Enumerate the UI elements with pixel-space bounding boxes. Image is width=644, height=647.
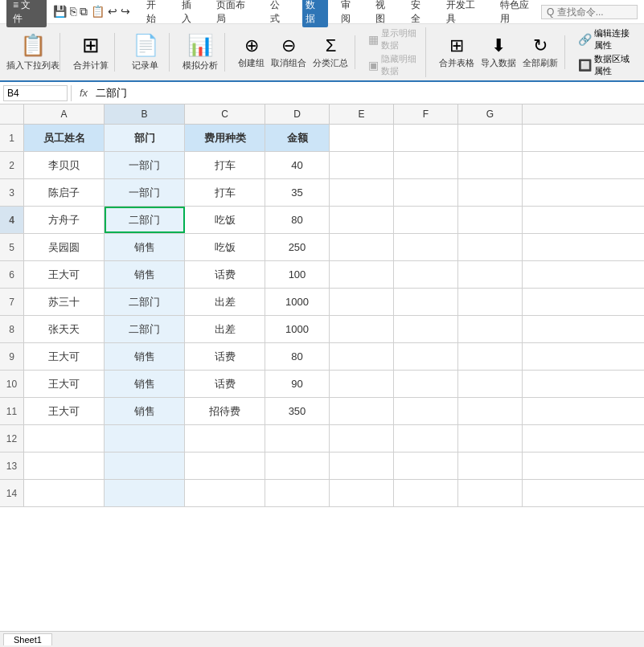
insert-dropdown-icon[interactable]: 📋 bbox=[20, 33, 46, 58]
cell-a14[interactable] bbox=[24, 480, 105, 506]
cell-b4[interactable]: 二部门 bbox=[105, 207, 185, 233]
cell-f5[interactable] bbox=[394, 234, 458, 260]
cell-d6[interactable]: 100 bbox=[265, 261, 330, 288]
cell-f7[interactable] bbox=[394, 289, 458, 315]
cell-f13[interactable] bbox=[394, 452, 458, 479]
cell-e5[interactable] bbox=[330, 234, 394, 260]
subtotal-icon[interactable]: Σ bbox=[326, 35, 337, 56]
cell-c5[interactable]: 吃饭 bbox=[185, 234, 265, 260]
col-header-b[interactable]: B bbox=[105, 104, 185, 124]
cell-b10[interactable]: 销售 bbox=[105, 371, 185, 397]
cell-e10[interactable] bbox=[330, 371, 394, 397]
cell-b9[interactable]: 销售 bbox=[105, 343, 185, 370]
cell-f12[interactable] bbox=[394, 425, 458, 452]
cell-e2[interactable] bbox=[330, 152, 394, 178]
cell-a3[interactable]: 陈启子 bbox=[24, 179, 105, 206]
cell-c2[interactable]: 打车 bbox=[185, 152, 265, 178]
cell-g9[interactable] bbox=[458, 343, 523, 370]
cell-f1[interactable] bbox=[394, 125, 458, 151]
cell-c4[interactable]: 吃饭 bbox=[185, 207, 265, 233]
cell-f3[interactable] bbox=[394, 179, 458, 206]
cell-e13[interactable] bbox=[330, 452, 394, 479]
cell-a2[interactable]: 李贝贝 bbox=[24, 152, 105, 178]
cell-c12[interactable] bbox=[185, 425, 265, 452]
col-header-f[interactable]: F bbox=[394, 104, 458, 124]
cell-d4[interactable]: 80 bbox=[265, 207, 330, 233]
cell-f9[interactable] bbox=[394, 343, 458, 370]
menu-dev-tools[interactable]: 开发工具 bbox=[443, 0, 487, 27]
cell-b7[interactable]: 二部门 bbox=[105, 289, 185, 315]
cell-b3[interactable]: 一部门 bbox=[105, 179, 185, 206]
cell-d3[interactable]: 35 bbox=[265, 179, 330, 206]
import-data-icon[interactable]: ⬇ bbox=[491, 35, 506, 56]
cell-a5[interactable]: 吴园圆 bbox=[24, 234, 105, 260]
cell-c14[interactable] bbox=[185, 480, 265, 506]
cell-c8[interactable]: 出差 bbox=[185, 316, 265, 342]
cancel-group-icon[interactable]: ⊖ bbox=[281, 35, 296, 56]
cell-g1[interactable] bbox=[458, 125, 523, 151]
cell-g12[interactable] bbox=[458, 425, 523, 452]
edit-connection-btn[interactable]: 🔗 编辑连接属性 bbox=[578, 27, 631, 51]
cell-f10[interactable] bbox=[394, 371, 458, 397]
menu-start[interactable]: 开始 bbox=[143, 0, 169, 27]
simulate-icon[interactable]: 📊 bbox=[187, 33, 213, 58]
refresh-all-icon[interactable]: ↻ bbox=[533, 35, 548, 56]
cell-a6[interactable]: 王大可 bbox=[24, 261, 105, 288]
menu-insert[interactable]: 插入 bbox=[178, 0, 204, 27]
cell-e7[interactable] bbox=[330, 289, 394, 315]
cell-c6[interactable]: 话费 bbox=[185, 261, 265, 288]
cell-b6[interactable]: 销售 bbox=[105, 261, 185, 288]
cell-b2[interactable]: 一部门 bbox=[105, 152, 185, 178]
cell-e12[interactable] bbox=[330, 425, 394, 452]
col-header-a[interactable]: A bbox=[24, 104, 105, 124]
cell-d2[interactable]: 40 bbox=[265, 152, 330, 178]
redo-icon[interactable]: ↪ bbox=[121, 5, 130, 18]
col-header-d[interactable]: D bbox=[265, 104, 330, 124]
cell-c7[interactable]: 出差 bbox=[185, 289, 265, 315]
cell-e4[interactable] bbox=[330, 207, 394, 233]
cell-g14[interactable] bbox=[458, 480, 523, 506]
cell-g8[interactable] bbox=[458, 316, 523, 342]
cell-g10[interactable] bbox=[458, 371, 523, 397]
undo-save-icon[interactable]: ⎘ bbox=[70, 5, 76, 18]
show-detail-btn[interactable]: ▦ 显示明细数据 bbox=[368, 27, 419, 51]
menu-page-layout[interactable]: 页面布局 bbox=[213, 0, 257, 27]
cell-g13[interactable] bbox=[458, 452, 523, 479]
cell-e14[interactable] bbox=[330, 480, 394, 506]
menu-data[interactable]: 数据 bbox=[302, 0, 328, 27]
file-menu-button[interactable]: ≡ 文件 bbox=[6, 0, 47, 27]
record-icon[interactable]: 📄 bbox=[133, 33, 158, 58]
cell-c10[interactable]: 话费 bbox=[185, 371, 265, 397]
cell-f11[interactable] bbox=[394, 398, 458, 424]
cell-g4[interactable] bbox=[458, 207, 523, 233]
cell-d8[interactable]: 1000 bbox=[265, 316, 330, 342]
cell-d12[interactable] bbox=[265, 425, 330, 452]
create-group-icon[interactable]: ⊕ bbox=[244, 35, 259, 56]
cell-c1[interactable]: 费用种类 bbox=[185, 125, 265, 151]
cell-c3[interactable]: 打车 bbox=[185, 179, 265, 206]
col-header-g[interactable]: G bbox=[458, 104, 523, 124]
cell-g6[interactable] bbox=[458, 261, 523, 288]
cell-g11[interactable] bbox=[458, 398, 523, 424]
merge-table-icon[interactable]: ⊞ bbox=[449, 35, 464, 56]
cell-c11[interactable]: 招待费 bbox=[185, 398, 265, 424]
cell-e9[interactable] bbox=[330, 343, 394, 370]
cell-f8[interactable] bbox=[394, 316, 458, 342]
cell-d7[interactable]: 1000 bbox=[265, 289, 330, 315]
cell-a9[interactable]: 王大可 bbox=[24, 343, 105, 370]
cell-b11[interactable]: 销售 bbox=[105, 398, 185, 424]
menu-special-apps[interactable]: 特色应用 bbox=[497, 0, 541, 27]
cell-d13[interactable] bbox=[265, 452, 330, 479]
cell-a11[interactable]: 王大可 bbox=[24, 398, 105, 424]
cell-g7[interactable] bbox=[458, 289, 523, 315]
cell-c9[interactable]: 话费 bbox=[185, 343, 265, 370]
cell-e8[interactable] bbox=[330, 316, 394, 342]
cell-e6[interactable] bbox=[330, 261, 394, 288]
cell-f4[interactable] bbox=[394, 207, 458, 233]
cell-g3[interactable] bbox=[458, 179, 523, 206]
cell-d9[interactable]: 80 bbox=[265, 343, 330, 370]
menu-review[interactable]: 审阅 bbox=[338, 0, 363, 27]
cell-e1[interactable] bbox=[330, 125, 394, 151]
cell-b8[interactable]: 二部门 bbox=[105, 316, 185, 342]
cell-g2[interactable] bbox=[458, 152, 523, 178]
